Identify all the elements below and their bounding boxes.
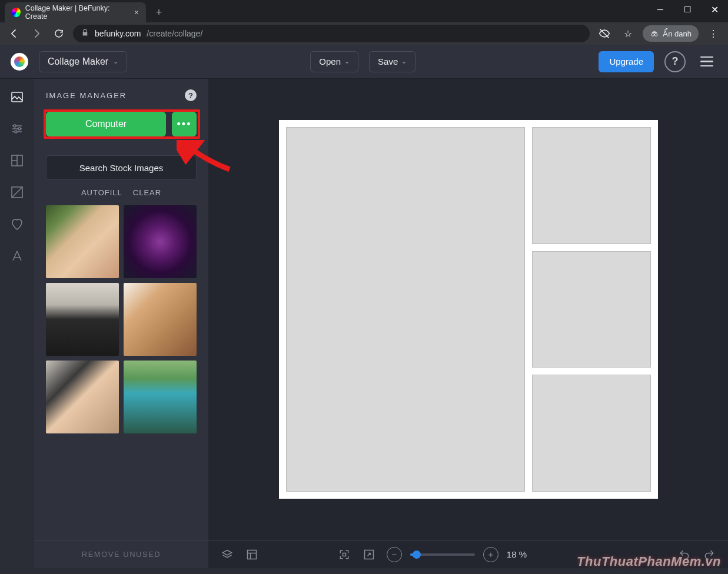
help-button[interactable]: ? xyxy=(664,51,686,72)
save-button[interactable]: Save⌄ xyxy=(369,51,415,72)
bookmark-star-icon[interactable]: ☆ xyxy=(619,25,637,42)
image-manager-panel: IMAGE MANAGER ? Computer ••• Search Stoc… xyxy=(34,79,208,568)
mode-label: Collage Maker xyxy=(48,56,108,67)
reload-button[interactable] xyxy=(51,25,67,42)
search-stock-button[interactable]: Search Stock Images xyxy=(46,155,197,180)
panel-title: IMAGE MANAGER xyxy=(46,91,127,100)
url-path: /create/collage/ xyxy=(147,29,202,38)
befunky-logo[interactable] xyxy=(11,53,28,71)
fit-screen-icon[interactable] xyxy=(337,548,351,562)
zoom-value: 18 % xyxy=(507,549,527,559)
image-thumbnail[interactable] xyxy=(46,205,119,278)
svg-point-3 xyxy=(14,125,16,127)
chevron-down-icon: ⌄ xyxy=(113,58,118,65)
settings-sliders-icon[interactable] xyxy=(9,121,25,136)
image-thumbnail[interactable] xyxy=(46,361,119,433)
address-bar[interactable]: befunky.com/create/collage/ xyxy=(73,25,590,42)
upgrade-button[interactable]: Upgrade xyxy=(599,51,654,72)
zoom-slider[interactable] xyxy=(410,553,475,556)
new-tab-button[interactable]: + xyxy=(151,4,167,21)
remove-unused-button[interactable]: REMOVE UNUSED xyxy=(34,540,208,568)
collage-cell[interactable] xyxy=(286,127,525,492)
layers-icon[interactable] xyxy=(220,548,234,562)
tab-favicon xyxy=(12,8,21,17)
zoom-out-button[interactable]: − xyxy=(387,547,402,562)
image-thumbnail[interactable] xyxy=(46,283,119,356)
url-host: befunky.com xyxy=(95,29,141,38)
expand-icon[interactable] xyxy=(362,548,376,562)
image-manager-icon[interactable] xyxy=(9,89,25,105)
eye-off-icon[interactable] xyxy=(596,25,613,42)
forward-button[interactable] xyxy=(28,25,45,42)
window-minimize-button[interactable]: ─ xyxy=(647,0,674,19)
incognito-badge[interactable]: Ẩn danh xyxy=(643,25,699,42)
incognito-label: Ẩn danh xyxy=(663,29,692,38)
image-thumbnails xyxy=(34,205,208,433)
bottom-toolbar: − + 18 % xyxy=(208,540,728,568)
canvas-area: − + 18 % xyxy=(208,79,728,568)
mode-selector[interactable]: Collage Maker ⌄ xyxy=(39,51,127,72)
window-close-button[interactable]: ✕ xyxy=(701,0,728,19)
svg-point-0 xyxy=(651,34,654,36)
browser-tab[interactable]: Collage Maker | BeFunky: Create × xyxy=(5,2,146,22)
image-thumbnail[interactable] xyxy=(124,283,197,356)
window-maximize-button[interactable]: ☐ xyxy=(674,0,701,19)
svg-rect-9 xyxy=(343,553,345,556)
clear-button[interactable]: CLEAR xyxy=(133,188,161,197)
text-icon[interactable] xyxy=(9,248,25,263)
svg-rect-2 xyxy=(12,92,22,102)
image-thumbnail[interactable] xyxy=(124,361,197,433)
chevron-down-icon: ⌄ xyxy=(344,58,350,65)
collage-cell[interactable] xyxy=(532,127,651,244)
svg-point-4 xyxy=(18,128,21,130)
patterns-icon[interactable] xyxy=(9,185,25,200)
back-button[interactable] xyxy=(6,25,22,42)
browser-tabstrip: Collage Maker | BeFunky: Create × + xyxy=(0,0,728,22)
open-button[interactable]: Open⌄ xyxy=(310,51,358,72)
browser-menu-button[interactable]: ⋮ xyxy=(704,25,722,42)
undo-button[interactable] xyxy=(677,548,692,562)
collage-canvas[interactable] xyxy=(279,120,658,499)
app-header: Collage Maker ⌄ Open⌄ Save⌄ Upgrade ? xyxy=(0,45,728,79)
upload-more-button[interactable]: ••• xyxy=(172,112,197,136)
grid-layout-icon[interactable] xyxy=(245,548,259,562)
svg-point-1 xyxy=(655,34,658,36)
tool-rail xyxy=(0,79,34,568)
svg-point-5 xyxy=(15,131,17,133)
svg-rect-8 xyxy=(248,550,257,559)
redo-button[interactable] xyxy=(702,548,716,562)
collage-cell[interactable] xyxy=(532,251,651,368)
upload-computer-button[interactable]: Computer xyxy=(46,112,166,136)
chevron-down-icon: ⌄ xyxy=(401,58,407,65)
image-thumbnail[interactable] xyxy=(124,205,197,278)
autofill-button[interactable]: AUTOFILL xyxy=(81,188,122,197)
favorites-heart-icon[interactable] xyxy=(9,216,25,232)
layouts-icon[interactable] xyxy=(9,153,25,168)
collage-cell[interactable] xyxy=(532,375,651,492)
zoom-in-button[interactable]: + xyxy=(483,547,498,562)
main-menu-button[interactable] xyxy=(696,51,717,72)
lock-icon xyxy=(81,29,89,38)
browser-toolbar: befunky.com/create/collage/ ☆ Ẩn danh ⋮ xyxy=(0,22,728,45)
tab-title: Collage Maker | BeFunky: Create xyxy=(25,4,126,21)
panel-help-icon[interactable]: ? xyxy=(185,89,197,101)
tab-close-icon[interactable]: × xyxy=(134,8,139,17)
